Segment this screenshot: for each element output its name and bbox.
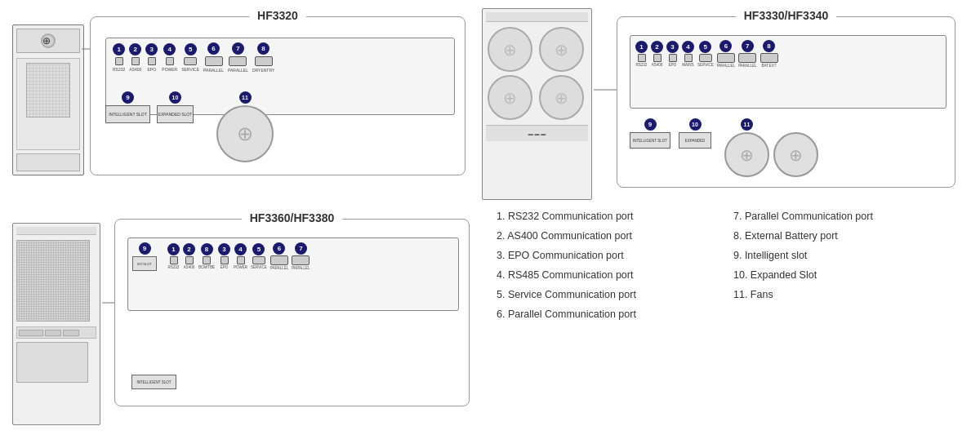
p3330-7: 7 PARALLEL bbox=[738, 40, 756, 68]
d3360-strip bbox=[16, 326, 96, 339]
hf3320-section: ⊕ HF3320 bbox=[8, 8, 474, 188]
legend-7: 7. Parallel Communication port bbox=[733, 211, 970, 222]
l3330-8: BAT.EXT bbox=[762, 64, 777, 68]
badge-10: 10 bbox=[169, 91, 181, 104]
slot3360-int: INT.SLOT bbox=[132, 256, 157, 271]
hf3330-box: HF3330/HF3340 1 RS232 2 AS400 3 bbox=[617, 16, 956, 188]
d3360-top bbox=[16, 227, 96, 235]
p3360-4: 4 POWER bbox=[234, 243, 247, 269]
fan-grid: ⊕ ⊕ ⊕ ⊕ bbox=[483, 22, 591, 125]
c3330-3 bbox=[669, 54, 677, 62]
p3360-3: 3 EPO bbox=[218, 243, 230, 269]
legend-section: 1. RS232 Communication port 2. AS400 Com… bbox=[497, 211, 970, 328]
hf3320-device: ⊕ bbox=[12, 24, 84, 175]
badge-4: 4 bbox=[163, 43, 176, 55]
s3330-9: 9 INTELLIGENT SLOT bbox=[630, 118, 670, 149]
b3360-7: 7 bbox=[295, 242, 307, 255]
expanded-slot: EXPANDED SLOT bbox=[157, 105, 194, 123]
l3360-5: SERVICE bbox=[251, 265, 267, 269]
legend-11: 11. Fans bbox=[733, 289, 970, 300]
l3360-4: POWER bbox=[234, 265, 247, 269]
d3360-rect bbox=[16, 342, 88, 383]
b3360-4: 4 bbox=[234, 243, 247, 255]
s3330-10: 10 EXPANDED bbox=[679, 118, 711, 149]
l3330-5: SERVICE bbox=[697, 63, 714, 67]
b3330-5: 5 bbox=[699, 41, 711, 53]
p3360-1: 1 RS232 bbox=[167, 243, 180, 269]
c3360-bcm bbox=[203, 256, 211, 264]
port-4-group: 4 POWER bbox=[162, 43, 177, 72]
p3360-5: 5 SERVICE bbox=[251, 243, 267, 269]
c3330-4 bbox=[684, 54, 693, 62]
hf3360-device bbox=[12, 223, 100, 425]
legend-10: 10. Expanded Slot bbox=[733, 269, 970, 281]
port-2-group: 2 AS400 bbox=[129, 43, 141, 72]
c3360-4 bbox=[237, 256, 245, 264]
l3360-7: PARALLEL bbox=[292, 266, 310, 270]
mesh-1 bbox=[26, 63, 69, 118]
hf3320-title: HF3320 bbox=[249, 9, 306, 22]
hf3360-box: HF3360/HF3380 9 INT.SLOT 1 RS232 2 bbox=[114, 219, 470, 406]
port-4-label: POWER bbox=[162, 67, 177, 72]
mesh-3360 bbox=[16, 240, 90, 322]
b3360-1: 1 bbox=[167, 243, 180, 255]
badge-8: 8 bbox=[257, 42, 270, 55]
c3360-2 bbox=[185, 256, 194, 264]
badge-6: 6 bbox=[207, 42, 220, 55]
badge-11: 11 bbox=[239, 91, 252, 104]
d3360-strip-c bbox=[63, 330, 79, 336]
b3330-7: 7 bbox=[742, 40, 754, 52]
c3360-6 bbox=[270, 255, 288, 265]
port-5-label: SERVICE bbox=[181, 67, 199, 72]
hf3330-bottom: 9 INTELLIGENT SLOT 10 EXPANDED 11 ⊕ ⊕ bbox=[630, 118, 818, 177]
fan3330-a: 11 ⊕ bbox=[724, 118, 769, 177]
legend-4: 4. RS485 Communication port bbox=[497, 269, 733, 281]
p3330-2: 2 AS400 bbox=[651, 41, 663, 67]
badge-3: 3 bbox=[145, 43, 158, 55]
hf3360-section: HF3360/HF3380 9 INT.SLOT 1 RS232 2 bbox=[8, 211, 478, 427]
c3360-1 bbox=[170, 256, 178, 264]
hf3330-connector-panel: 1 RS232 2 AS400 3 EPO 4 bbox=[630, 35, 947, 109]
l3360-2: AS400 bbox=[184, 265, 195, 269]
hf3320-base bbox=[16, 153, 80, 171]
port-3-conn bbox=[148, 57, 156, 65]
port-8-group: 8 DRYENTRY bbox=[252, 42, 274, 73]
c3360-5 bbox=[252, 256, 265, 264]
b3330-1: 1 bbox=[635, 41, 648, 53]
l3330-7: PARALLEL bbox=[738, 64, 756, 68]
l3360-3: EPO bbox=[220, 265, 229, 269]
bottom-slots: 9 INTELLIGENT SLOT 10 EXPANDED SLOT 11 ⊕ bbox=[105, 91, 274, 162]
main-container: ⊕ HF3320 bbox=[0, 0, 980, 435]
l3360-1: RS232 bbox=[168, 265, 180, 269]
port-1-label: RS232 bbox=[113, 67, 125, 72]
port-6-label: PARALLEL bbox=[203, 68, 224, 73]
legend-col-1: 1. RS232 Communication port 2. AS400 Com… bbox=[497, 211, 733, 328]
p3360-6: 6 PARALLEL bbox=[270, 242, 288, 270]
hf3330-section: ⊕ ⊕ ⊕ ⊕ ▬ ▬ ▬ HF3330/HF3340 bbox=[482, 8, 964, 200]
p3360-7: 7 PARALLEL bbox=[292, 242, 310, 270]
l3360-bcm: BCM/TBE bbox=[198, 265, 215, 269]
fan-icon-1: ⊕ bbox=[41, 33, 56, 48]
badge-7: 7 bbox=[232, 42, 244, 55]
port-7-group: 7 PARALLEL bbox=[228, 42, 248, 73]
slot3330-intelligent: INTELLIGENT SLOT bbox=[630, 132, 670, 149]
hf3320-top-panel: ⊕ bbox=[16, 29, 80, 53]
port-badges-row: 1 RS232 2 AS400 3 EPO 4 bbox=[106, 38, 454, 73]
l3330-6: PARALLEL bbox=[717, 64, 735, 68]
legend-col-2: 7. Parallel Communication port 8. Extern… bbox=[733, 211, 970, 328]
port-3-label: EPO bbox=[148, 67, 157, 72]
p3360-bcm: 8 BCM/TBE bbox=[198, 243, 215, 269]
legend-1: 1. RS232 Communication port bbox=[497, 211, 733, 222]
legend-6: 6. Parallel Communication port bbox=[497, 308, 733, 320]
port-8-label: DRYENTRY bbox=[252, 68, 274, 73]
p3330-4: 4 MAINS bbox=[682, 41, 694, 67]
d3360-mesh bbox=[16, 240, 96, 322]
b3330-11a: 11 bbox=[741, 118, 753, 131]
b3360-5: 5 bbox=[252, 243, 265, 255]
port-7-label: PARALLEL bbox=[228, 68, 248, 73]
hf3330-port-row: 1 RS232 2 AS400 3 EPO 4 bbox=[630, 36, 946, 68]
port-2-conn bbox=[131, 57, 140, 65]
d3360-strip-b bbox=[45, 330, 61, 336]
hf3360-connector-panel: 9 INT.SLOT 1 RS232 2 AS400 bbox=[127, 237, 459, 311]
port-1-conn bbox=[115, 57, 123, 65]
